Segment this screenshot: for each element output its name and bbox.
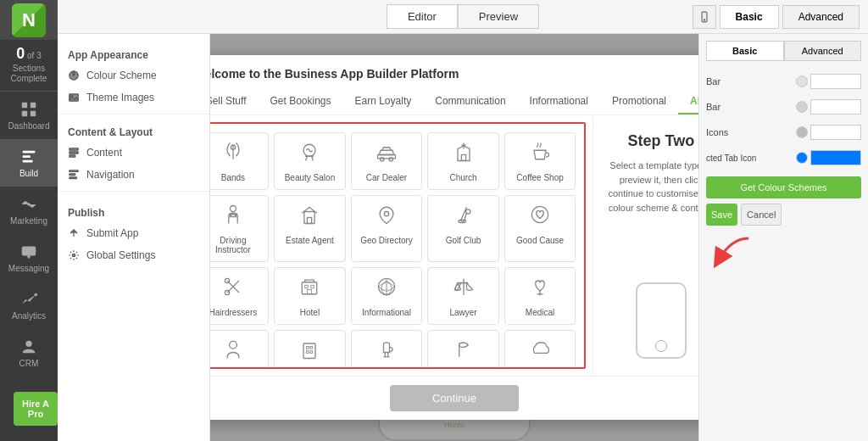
template18-icon [375,338,398,366]
red-arrow-area [706,234,861,270]
template-estate-agent[interactable]: Estate Agent [274,195,346,262]
sidebar-item-analytics[interactable]: Analytics [0,282,58,329]
preview-tab[interactable]: Preview [458,4,539,29]
color-input-bar2[interactable] [810,99,861,114]
color-input-tab-icon[interactable] [810,150,861,165]
svg-point-36 [531,206,548,222]
svg-point-26 [381,158,384,161]
template-medical[interactable]: Medical [504,267,576,325]
submit-app-item[interactable]: Submit App [58,222,209,244]
phone-view-toggle[interactable] [693,5,716,29]
sidebar-item-crm[interactable]: CRM [0,329,58,377]
medical-icon [528,275,552,304]
template16-icon [221,338,245,366]
tab-get-bookings[interactable]: Get Bookings [258,89,342,114]
tab-communication[interactable]: Communication [423,89,517,114]
theme-images-item[interactable]: Theme Images [58,87,209,109]
geo-directory-icon [375,203,398,232]
color-icons-swatch [796,125,861,140]
content-label: Content [86,147,122,159]
svg-rect-17 [70,152,79,154]
template-bands[interactable]: Bands [210,132,269,190]
template-lawyer[interactable]: Lawyer [427,267,499,325]
golf-club-label: Golf Club [446,236,481,245]
sidebar-item-marketing[interactable]: Marketing [0,187,58,234]
global-settings-item[interactable]: Global Settings [58,244,209,266]
template-18[interactable] [351,330,423,369]
steps-complete-of: of 3 [27,51,42,60]
sidebar-item-build[interactable]: Build [0,139,58,187]
template19-icon [452,338,476,366]
sections-complete-label: Sections Complete [11,64,47,83]
template-16[interactable] [210,330,269,369]
right-basic-tab[interactable]: Basic [706,41,784,61]
template-hairdressers[interactable]: Hairdressers [210,267,269,325]
colour-scheme-item[interactable]: Colour Scheme [58,64,209,87]
color-bar1-label: Bar [706,76,721,87]
content-item[interactable]: Content [58,142,209,164]
template-geo-directory[interactable]: Geo Directory [351,195,423,262]
color-dot-bar2[interactable] [796,101,808,113]
svg-rect-20 [70,174,75,176]
template-19[interactable] [427,330,499,369]
basic-advanced-tabs: Basic Advanced [693,5,868,29]
svg-rect-16 [70,148,79,150]
car-dealer-icon [375,140,398,169]
template-beauty-salon[interactable]: Beauty Salon [274,132,346,190]
sidebar-item-messaging[interactable]: Messaging [0,234,58,282]
editor-preview-tabs: Editor Preview [387,4,539,29]
svg-point-35 [465,209,470,214]
theme-images-label: Theme Images [86,92,154,103]
step-two-panel: Step Two Select a template type to previ… [593,115,698,376]
color-row-tab-icon: cted Tab Icon [706,148,861,168]
template-car-dealer[interactable]: Car Dealer [351,132,423,190]
sidebar-analytics-label: Analytics [12,311,46,321]
geo-directory-label: Geo Directory [360,236,413,245]
color-dot-tab-icon[interactable] [796,152,808,164]
hotel-label: Hotel [300,308,320,317]
template-golf-club[interactable]: Golf Club [427,195,499,262]
template-coffee-shop[interactable]: Coffee Shop [504,132,576,190]
svg-point-44 [230,341,237,349]
tab-sell-stuff[interactable]: Sell Stuff [210,89,258,114]
cancel-button[interactable]: Cancel [741,204,782,226]
navigation-item[interactable]: Navigation [58,164,209,186]
basic-advanced-toggle: Basic Advanced [706,41,861,61]
color-input-bar1[interactable] [810,74,861,89]
church-label: Church [449,173,476,182]
tab-all[interactable]: All [678,89,698,114]
color-tab-icon-label: cted Tab Icon [706,154,756,163]
svg-rect-47 [310,347,313,349]
beauty-salon-label: Beauty Salon [285,173,336,182]
sidebar-item-dashboard[interactable]: Dashboard [0,92,58,139]
color-dot-icons[interactable] [796,126,808,138]
template-informational[interactable]: Informational [351,267,423,325]
svg-point-22 [72,254,75,257]
sidebar-build-label: Build [19,169,38,178]
template-church[interactable]: Church [427,132,499,190]
informational-label: Informational [362,308,411,317]
informational-icon [375,275,398,304]
template-hotel[interactable]: Hotel [274,267,346,325]
template-driving-instructor[interactable]: Driving Instructor [210,195,269,262]
svg-rect-0 [22,103,27,108]
get-colour-schemes-button[interactable]: Get Colour Schemes [706,176,861,198]
template-17[interactable] [274,330,346,369]
color-dot-bar1[interactable] [796,75,808,87]
color-input-icons[interactable] [810,125,861,140]
svg-rect-30 [231,215,235,217]
color-bar2-swatch [796,99,861,114]
template-20[interactable] [504,330,576,369]
save-button[interactable]: Save [706,204,737,226]
basic-tab[interactable]: Basic [720,5,779,29]
color-tab-icon-swatch [796,150,861,165]
right-advanced-tab[interactable]: Advanced [784,41,862,61]
tab-earn-loyalty[interactable]: Earn Loyalty [343,89,424,114]
advanced-tab[interactable]: Advanced [782,5,860,29]
tab-informational[interactable]: Informational [518,89,600,114]
continue-button[interactable]: Continue [390,385,519,411]
tab-promotional[interactable]: Promotional [600,89,678,114]
hire-pro-button[interactable]: Hire A Pro [14,392,58,426]
template-good-cause[interactable]: Good Cause [504,195,576,262]
editor-tab[interactable]: Editor [387,4,458,29]
